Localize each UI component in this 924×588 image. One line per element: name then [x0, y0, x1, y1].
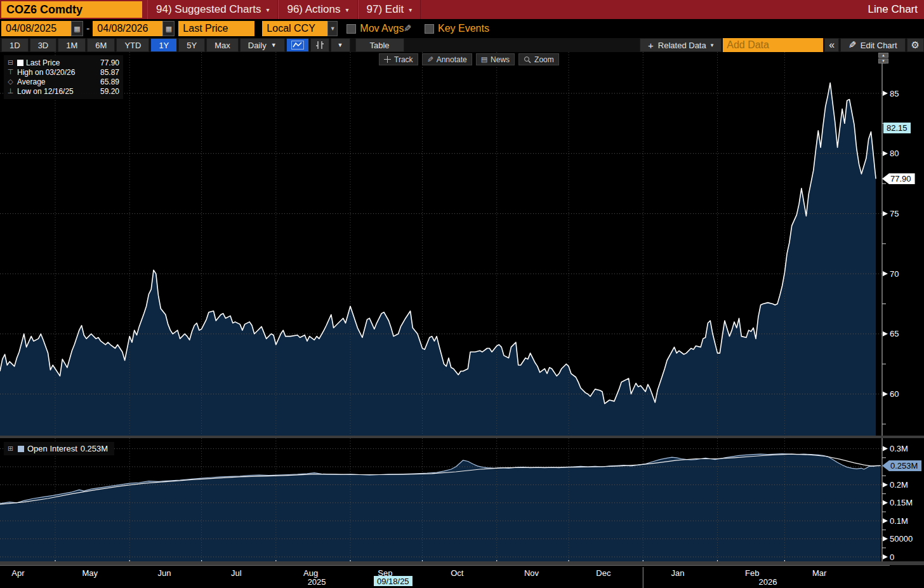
average-marker-icon: ◇ [6, 77, 15, 86]
news-button[interactable]: ▤ News [476, 53, 515, 65]
x-axis-month-label: Dec [596, 568, 611, 578]
key-events-checkbox[interactable] [425, 24, 434, 34]
related-data-button[interactable]: + Related Data ▾ [640, 38, 722, 52]
y-axis-label-price: 85 [890, 89, 899, 98]
x-axis-month-label: Jun [158, 568, 171, 578]
settings-gear-button[interactable]: ⚙ [907, 38, 924, 52]
tick-arrow-icon [883, 518, 888, 523]
zoom-magnifier-icon [524, 56, 531, 63]
period-select[interactable]: Daily ▼ [240, 38, 285, 52]
collapse-panel-button[interactable]: « [824, 38, 839, 52]
x-axis-month-label: May [82, 568, 98, 578]
edit-pencil-icon[interactable]: ✎ [404, 23, 414, 34]
range-button-ytd[interactable]: YTD [116, 38, 149, 52]
edit-chart-button[interactable]: ✎ Edit Chart [840, 38, 905, 52]
date-to-input[interactable] [93, 21, 162, 36]
range-button-1m[interactable]: 1M [58, 38, 86, 52]
chart-type-dropdown[interactable]: ▼ [331, 38, 350, 52]
y-axis-label-oi: 0.2M [890, 480, 908, 490]
price-area-fill [0, 83, 876, 436]
x-axis-year-label: 2025 [308, 577, 326, 587]
tick-arrow-icon [883, 271, 888, 276]
chevron-down-icon: ▾ [346, 6, 349, 13]
field-select[interactable]: Last Price [178, 21, 254, 36]
mov-avgs-checkbox[interactable] [346, 24, 356, 34]
x-axis-month-label: Aug [303, 568, 318, 578]
currency-select-arrow-icon[interactable]: ▼ [327, 21, 338, 36]
range-button-1y[interactable]: 1Y [150, 38, 177, 52]
bar-chart-type-button[interactable] [310, 38, 329, 52]
menu-edit[interactable]: 97) Edit ▾ [358, 0, 421, 19]
panel-collapse-button[interactable]: ▼ [878, 58, 888, 63]
oi-legend-value: 0.253M [81, 444, 108, 453]
pencil-icon: ✎ [848, 39, 857, 51]
y-axis-label-price: 60 [890, 389, 899, 399]
range-button-1d[interactable]: 1D [1, 38, 29, 52]
zoom-button[interactable]: Zoom [518, 53, 559, 65]
oi-legend: ⊞ Open Interest 0.253M [4, 442, 114, 455]
x-axis-month-label: Apr [11, 568, 25, 578]
high-marker-icon: ⊤ [6, 68, 15, 76]
y-axis-label-oi: 0.15M [890, 498, 913, 507]
tick-arrow-icon [883, 151, 888, 156]
chevron-down-icon: ▼ [338, 42, 343, 48]
table-button[interactable]: Table [355, 38, 404, 52]
legend-row-low: ⊥ Low on 12/16/25 59.20 [6, 86, 119, 96]
x-axis-year-label: 2026 [758, 577, 777, 587]
y-axis-label-oi: 50000 [890, 534, 913, 544]
tracked-price-badge: 82.15 [883, 123, 911, 133]
x-axis-month-label: Oct [451, 568, 464, 578]
tick-arrow-icon [883, 392, 888, 397]
oi-area-fill [0, 454, 881, 561]
y-axis-label-oi: 0.1M [890, 516, 908, 526]
security-ticker[interactable]: COZ6 Comdty [1, 1, 142, 18]
legend-label: High on 03/20/26 [17, 68, 75, 77]
x-axis-month-label: Nov [524, 568, 539, 578]
legend-row-high: ⊤ High on 03/20/26 85.87 [6, 67, 119, 77]
legend-row-average: ◇ Average 65.89 [6, 77, 119, 86]
menu-suggested-charts[interactable]: 94) Suggested Charts ▾ [147, 0, 278, 19]
tick-arrow-icon [883, 91, 888, 96]
range-button-6m[interactable]: 6M [87, 38, 115, 52]
plus-icon: + [648, 40, 654, 51]
low-marker-icon: ⊥ [6, 87, 15, 95]
main-chart-legend: ⊟ Last Price 77.90 ⊤ High on 03/20/26 85… [4, 55, 123, 99]
x-axis-month-label: Jul [231, 568, 242, 578]
range-button-3d[interactable]: 3D [30, 38, 57, 52]
chart-action-buttons: Track ✎ Annotate ▤ News Zoom [379, 53, 559, 65]
oi-legend-label: Open Interest [27, 444, 77, 453]
bloomberg-chart-window: COZ6 Comdty 94) Suggested Charts ▾ 96) A… [0, 0, 924, 588]
tick-arrow-icon [883, 537, 888, 542]
calendar-icon[interactable]: ▦ [162, 21, 175, 36]
date-range-separator: - [83, 23, 93, 34]
legend-value: 59.20 [100, 87, 119, 96]
legend-collapse-icon[interactable]: ⊟ [6, 58, 15, 67]
menu-actions[interactable]: 96) Actions ▾ [278, 0, 357, 19]
ohlc-bars-icon [315, 41, 324, 50]
line-chart-type-button[interactable] [286, 38, 309, 52]
range-button-max[interactable]: Max [206, 38, 239, 52]
chart-canvas: AprMayJunJulAugSepOctNovDecJanFebMar8580… [0, 52, 924, 588]
range-button-group: 1D3D1M6MYTD1Y5YMax [1, 38, 239, 52]
legend-row-last-price[interactable]: ⊟ Last Price 77.90 [6, 58, 119, 67]
y-axis-label-oi: 0 [890, 552, 894, 562]
chevron-down-icon: ▾ [266, 6, 269, 13]
add-data-input[interactable] [723, 38, 823, 52]
tick-arrow-icon [883, 446, 888, 451]
y-axis-label-price: 80 [890, 149, 899, 158]
track-button[interactable]: Track [379, 53, 418, 65]
legend-expand-icon[interactable]: ⊞ [6, 444, 15, 453]
x-axis-month-label: Jan [671, 568, 685, 578]
range-button-5y[interactable]: 5Y [178, 38, 205, 52]
y-axis-label-price: 65 [890, 329, 899, 338]
tick-arrow-icon [883, 500, 888, 505]
calendar-icon[interactable]: ▦ [71, 21, 83, 36]
currency-select[interactable]: Local CCY [262, 21, 327, 36]
chevron-down-icon: ▼ [271, 42, 277, 48]
panel-expand-button[interactable]: ▲ [878, 53, 888, 58]
panel-divider[interactable] [0, 436, 924, 438]
panel-resize-widget: ▲ ▼ [878, 53, 888, 64]
annotate-button[interactable]: ✎ Annotate [422, 53, 472, 65]
date-from-input[interactable] [1, 21, 71, 36]
legend-value: 85.87 [100, 68, 119, 77]
